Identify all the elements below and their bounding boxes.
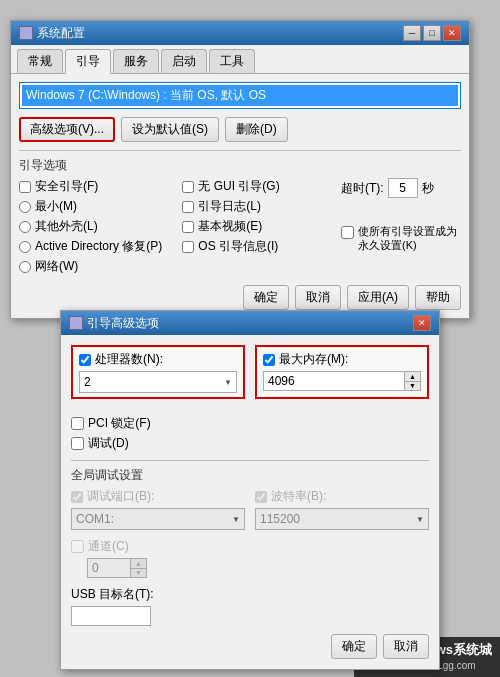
debug-port-label-row: 调试端口(B): [71,488,245,505]
check-base-video: 基本视频(E) [182,218,279,235]
pci-debug-group: PCI 锁定(F) 调试(D) [71,415,429,452]
timeout-input[interactable] [388,178,418,198]
memory-label-row: 最大内存(M): [263,351,421,368]
spinbox-down-button[interactable]: ▼ [405,382,420,391]
pci-check-item: PCI 锁定(F) [71,415,429,432]
active-dir-label: Active Directory 修复(P) [35,238,162,255]
pci-lock-checkbox[interactable] [71,417,84,430]
baud-rate-checkbox[interactable] [255,491,267,503]
close-button[interactable]: ✕ [443,25,461,41]
processor-field: 处理器数(N): 2 ▼ [71,345,245,399]
apply-button[interactable]: 应用(A) [347,285,409,310]
timeout-unit: 秒 [422,180,434,197]
adv-ok-button[interactable]: 确定 [331,634,377,659]
persist-checkbox[interactable] [341,226,354,239]
adv-title-bar: 引导高级选项 ✕ [61,311,439,335]
options-col-right: 无 GUI 引导(G) 引导日志(L) 基本视频(E) OS 引导信息 [182,178,279,275]
debug-label: 调试(D) [88,435,129,452]
boot-list: Windows 7 (C:\Windows) : 当前 OS, 默认 OS [19,82,461,109]
proc-mem-row: 处理器数(N): 2 ▼ 最大内存(M): ▲ ▼ [71,345,429,407]
adv-window-icon [69,316,83,330]
system-config-window: 系统配置 ─ □ ✕ 常规 引导 服务 启动 工具 Windows 7 (C:\… [10,20,470,319]
check-boot-log: 引导日志(L) [182,198,279,215]
network-radio[interactable] [19,261,31,273]
tab-tools[interactable]: 工具 [209,49,255,73]
os-info-checkbox[interactable] [182,241,194,253]
debug-grid: 调试端口(B): COM1: ▼ 波特率(B): 115200 ▼ [71,488,429,530]
tab-general[interactable]: 常规 [17,49,63,73]
channel-spinbox: ▲ ▼ [87,558,147,578]
processor-checkbox[interactable] [79,354,91,366]
channel-input[interactable] [88,559,130,577]
spinbox-up-button[interactable]: ▲ [405,372,420,382]
minimize-button[interactable]: ─ [403,25,421,41]
baud-rate-label: 波特率(B): [271,488,326,505]
baud-rate-dropdown[interactable]: 115200 ▼ [255,508,429,530]
active-dir-radio[interactable] [19,241,31,253]
channel-section: 通道(C) ▲ ▼ [71,538,429,578]
memory-field: 最大内存(M): ▲ ▼ [255,345,429,399]
baud-rate-label-row: 波特率(B): [255,488,429,505]
adv-body: 处理器数(N): 2 ▼ 最大内存(M): ▲ ▼ [61,335,439,669]
processor-dropdown[interactable]: 2 ▼ [79,371,237,393]
debug-port-label: 调试端口(B): [87,488,154,505]
channel-label: 通道(C) [88,538,129,555]
debug-port-arrow-icon: ▼ [232,515,240,524]
alternate-radio[interactable] [19,221,31,233]
channel-down-button[interactable]: ▼ [131,569,146,578]
global-debug-label: 全局调试设置 [71,467,429,484]
memory-spinbox: ▲ ▼ [263,371,421,391]
adv-close-button[interactable]: ✕ [413,315,431,331]
title-left: 系统配置 [19,25,85,42]
adv-window-title: 引导高级选项 [87,315,159,332]
channel-checkbox[interactable] [71,540,84,553]
ok-button[interactable]: 确定 [243,285,289,310]
memory-input[interactable] [264,372,404,390]
options-grid: 安全引导(F) 最小(M) 其他外壳(L) Active Direct [19,178,331,275]
adv-cancel-button[interactable]: 取消 [383,634,429,659]
delete-button[interactable]: 删除(D) [225,117,288,142]
options-col-left: 安全引导(F) 最小(M) 其他外壳(L) Active Direct [19,178,162,275]
processor-value: 2 [84,375,91,389]
tab-startup[interactable]: 启动 [161,49,207,73]
boot-log-label: 引导日志(L) [198,198,261,215]
usb-label: USB 目标名(T): [71,586,429,603]
win-body: Windows 7 (C:\Windows) : 当前 OS, 默认 OS 高级… [11,74,469,318]
right-options: 超时(T): 秒 使所有引导设置成为永久设置(K) [341,178,461,275]
safe-boot-label: 安全引导(F) [35,178,98,195]
set-default-button[interactable]: 设为默认值(S) [121,117,219,142]
adv-title-left: 引导高级选项 [69,315,159,332]
usb-section: USB 目标名(T): [71,586,429,626]
timeout-section: 超时(T): 秒 [341,178,461,198]
boot-options-label: 引导选项 [19,157,461,174]
boot-btn-row: 高级选项(V)... 设为默认值(S) 删除(D) [19,117,461,142]
safe-boot-checkbox[interactable] [19,181,31,193]
cancel-button[interactable]: 取消 [295,285,341,310]
no-gui-checkbox[interactable] [182,181,194,193]
debug-col-baud: 波特率(B): 115200 ▼ [255,488,429,530]
memory-label: 最大内存(M): [279,351,348,368]
alternate-label: 其他外壳(L) [35,218,98,235]
minimal-label: 最小(M) [35,198,77,215]
advanced-options-button[interactable]: 高级选项(V)... [19,117,115,142]
check-safe-boot: 安全引导(F) [19,178,162,195]
memory-checkbox[interactable] [263,354,275,366]
debug-check-item: 调试(D) [71,435,429,452]
boot-log-checkbox[interactable] [182,201,194,213]
debug-checkbox[interactable] [71,437,84,450]
boot-list-item[interactable]: Windows 7 (C:\Windows) : 当前 OS, 默认 OS [22,85,458,106]
title-bar: 系统配置 ─ □ ✕ [11,21,469,45]
usb-input[interactable] [71,606,151,626]
tab-services[interactable]: 服务 [113,49,159,73]
spinbox-buttons: ▲ ▼ [404,372,420,390]
pci-lock-label: PCI 锁定(F) [88,415,151,432]
debug-port-checkbox[interactable] [71,491,83,503]
debug-port-dropdown[interactable]: COM1: ▼ [71,508,245,530]
channel-up-button[interactable]: ▲ [131,559,146,569]
dropdown-arrow-icon: ▼ [224,378,232,387]
maximize-button[interactable]: □ [423,25,441,41]
minimal-radio[interactable] [19,201,31,213]
help-button[interactable]: 帮助 [415,285,461,310]
tab-boot[interactable]: 引导 [65,49,111,74]
base-video-checkbox[interactable] [182,221,194,233]
